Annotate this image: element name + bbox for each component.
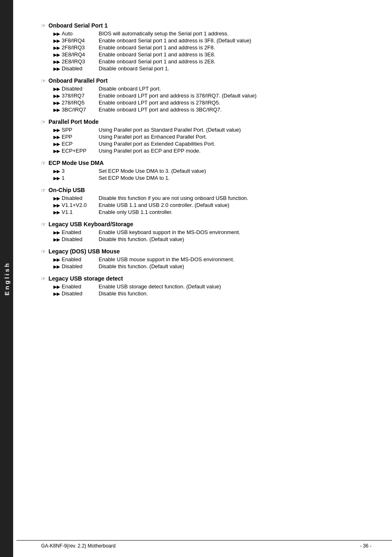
item-key: 1	[62, 175, 99, 181]
section-icon-legacy-usb-storage-detect: ☞	[41, 276, 46, 282]
item-bullet-icon: ▶▶	[53, 128, 60, 133]
section-icon-ecp-mode-use-dma: ☞	[41, 160, 46, 166]
footer-right: - 36 -	[360, 543, 371, 549]
item-key: Disabled	[62, 195, 99, 201]
section-header-on-chip-usb: ☞On-Chip USB	[41, 187, 371, 193]
item-row: ▶▶SPPUsing Parallel port as Standard Par…	[41, 127, 371, 133]
section-header-parallel-port-mode: ☞Parallel Port Mode	[41, 118, 371, 125]
main-content: ☞Onboard Serial Port 1▶▶AutoBIOS will au…	[16, 0, 392, 321]
item-bullet-icon: ▶▶	[53, 176, 60, 181]
item-bullet-icon: ▶▶	[53, 237, 60, 242]
sections-container: ☞Onboard Serial Port 1▶▶AutoBIOS will au…	[41, 22, 371, 297]
item-desc: Enable onboard Serial port 1 and address…	[99, 37, 371, 44]
item-desc: Using Parallel port as Standard Parallel…	[99, 127, 371, 133]
item-row: ▶▶DisabledDisable this function.	[41, 290, 371, 297]
section-title-onboard-serial-port-1: Onboard Serial Port 1	[48, 22, 108, 29]
item-desc: Enable onboard Serial port 1 and address…	[99, 51, 371, 58]
section-title-on-chip-usb: On-Chip USB	[48, 187, 85, 193]
item-row: ▶▶2F8/IRQ3Enable onboard Serial port 1 a…	[41, 44, 371, 51]
item-desc: Enable USB storage detect function. (Def…	[99, 283, 371, 290]
item-desc: Enable onboard LPT port and address is 2…	[99, 100, 371, 106]
item-desc: Disable this function.	[99, 290, 371, 297]
item-desc: Using Parallel port as ECP and EPP mode.	[99, 148, 371, 154]
item-row: ▶▶EnabledEnable USB keyboard support in …	[41, 229, 371, 235]
section-icon-legacy-dos-usb-mouse: ☞	[41, 248, 46, 255]
item-bullet-icon: ▶▶	[53, 38, 60, 44]
footer: GA-K8NF-9(rev. 2.2) Motherboard - 36 -	[16, 540, 392, 549]
item-bullet-icon: ▶▶	[53, 59, 60, 65]
item-key: 2F8/IRQ3	[62, 44, 99, 51]
item-bullet-icon: ▶▶	[53, 203, 60, 208]
item-key: Enabled	[62, 256, 99, 262]
item-bullet-icon: ▶▶	[53, 210, 60, 215]
item-bullet-icon: ▶▶	[53, 257, 60, 262]
item-desc: Enable USB keyboard support in the MS-DO…	[99, 229, 371, 235]
item-row: ▶▶378/IRQ7Enable onboard LPT port and ad…	[41, 93, 371, 99]
section-header-ecp-mode-use-dma: ☞ECP Mode Use DMA	[41, 160, 371, 166]
item-desc: Enable USB 1.1 and USB 2.0 controller. (…	[99, 202, 371, 208]
item-row: ▶▶AutoBIOS will automatically setup the …	[41, 30, 371, 37]
item-desc: Disable onboard LPT port.	[99, 86, 371, 92]
side-tab-label: English	[3, 262, 10, 295]
section-icon-parallel-port-mode: ☞	[41, 119, 46, 125]
item-desc: Set ECP Mode Use DMA to 1.	[99, 175, 371, 181]
section-header-legacy-dos-usb-mouse: ☞Legacy (DOS) USB Mouse	[41, 248, 371, 255]
item-row: ▶▶ECP+EPPUsing Parallel port as ECP and …	[41, 148, 371, 154]
item-row: ▶▶3BC/IRQ7Enable onboard LPT port and ad…	[41, 107, 371, 113]
item-desc: Using Parallel port as Enhanced Parallel…	[99, 134, 371, 140]
item-bullet-icon: ▶▶	[53, 284, 60, 290]
item-desc: Using Parallel port as Extended Capabili…	[99, 141, 371, 147]
section-header-onboard-parallel-port: ☞Onboard Parallel Port	[41, 77, 371, 84]
item-key: SPP	[62, 127, 99, 133]
item-row: ▶▶V1.1Enable only USB 1.1 controller.	[41, 209, 371, 215]
item-row: ▶▶3Set ECP Mode Use DMA to 3. (Default v…	[41, 168, 371, 174]
item-bullet-icon: ▶▶	[53, 135, 60, 140]
item-row: ▶▶2E8/IRQ3Enable onboard Serial port 1 a…	[41, 58, 371, 65]
item-bullet-icon: ▶▶	[53, 31, 60, 37]
section-title-onboard-parallel-port: Onboard Parallel Port	[48, 77, 108, 84]
item-key: Enabled	[62, 283, 99, 290]
item-key: EPP	[62, 134, 99, 140]
item-key: Disabled	[62, 236, 99, 242]
item-row: ▶▶3F8/IRQ4Enable onboard Serial port 1 a…	[41, 37, 371, 44]
item-row: ▶▶DisabledDisable this function. (Defaul…	[41, 236, 371, 242]
item-desc: Disable this function. (Default value)	[99, 236, 371, 242]
item-bullet-icon: ▶▶	[53, 196, 60, 201]
item-key: Auto	[62, 30, 99, 37]
section-icon-on-chip-usb: ☞	[41, 187, 46, 193]
section-icon-legacy-usb-keyboard-storage: ☞	[41, 221, 46, 227]
section-title-legacy-usb-keyboard-storage: Legacy USB Keyboard/Storage	[48, 221, 133, 227]
item-row: ▶▶DisabledDisable onboard LPT port.	[41, 86, 371, 92]
item-desc: BIOS will automatically setup the Serial…	[99, 30, 371, 37]
item-row: ▶▶DisabledDisable this function. (Defaul…	[41, 263, 371, 269]
item-key: Disabled	[62, 86, 99, 92]
item-key: 3E8/IRQ4	[62, 51, 99, 58]
item-row: ▶▶3E8/IRQ4Enable onboard Serial port 1 a…	[41, 51, 371, 58]
item-desc: Enable only USB 1.1 controller.	[99, 209, 371, 215]
item-row: ▶▶DisabledDisable onboard Serial port 1.	[41, 65, 371, 72]
item-desc: Disable onboard Serial port 1.	[99, 65, 371, 72]
item-desc: Enable onboard Serial port 1 and address…	[99, 58, 371, 65]
item-desc: Enable onboard LPT port and address is 3…	[99, 107, 371, 113]
item-bullet-icon: ▶▶	[53, 86, 60, 92]
section-header-legacy-usb-keyboard-storage: ☞Legacy USB Keyboard/Storage	[41, 221, 371, 227]
section-header-onboard-serial-port-1: ☞Onboard Serial Port 1	[41, 22, 371, 29]
item-desc: Disable this function. (Default value)	[99, 263, 371, 269]
item-desc: Enable onboard Serial port 1 and address…	[99, 44, 371, 51]
section-icon-onboard-serial-port-1: ☞	[41, 23, 46, 29]
item-key: Disabled	[62, 65, 99, 72]
item-row: ▶▶EnabledEnable USB storage detect funct…	[41, 283, 371, 290]
side-tab: English	[0, 0, 13, 557]
item-key: 3BC/IRQ7	[62, 107, 99, 113]
section-header-legacy-usb-storage-detect: ☞Legacy USB storage detect	[41, 275, 371, 282]
item-key: ECP+EPP	[62, 148, 99, 154]
item-key: 278/IRQ5	[62, 100, 99, 106]
item-desc: Enable onboard LPT port and address is 3…	[99, 93, 371, 99]
item-bullet-icon: ▶▶	[53, 264, 60, 269]
item-key: 3	[62, 168, 99, 174]
section-title-legacy-usb-storage-detect: Legacy USB storage detect	[48, 275, 123, 282]
item-bullet-icon: ▶▶	[53, 230, 60, 235]
item-desc: Set ECP Mode Use DMA to 3. (Default valu…	[99, 168, 371, 174]
item-key: 3F8/IRQ4	[62, 37, 99, 44]
item-row: ▶▶DisabledDisable this function if you a…	[41, 195, 371, 201]
